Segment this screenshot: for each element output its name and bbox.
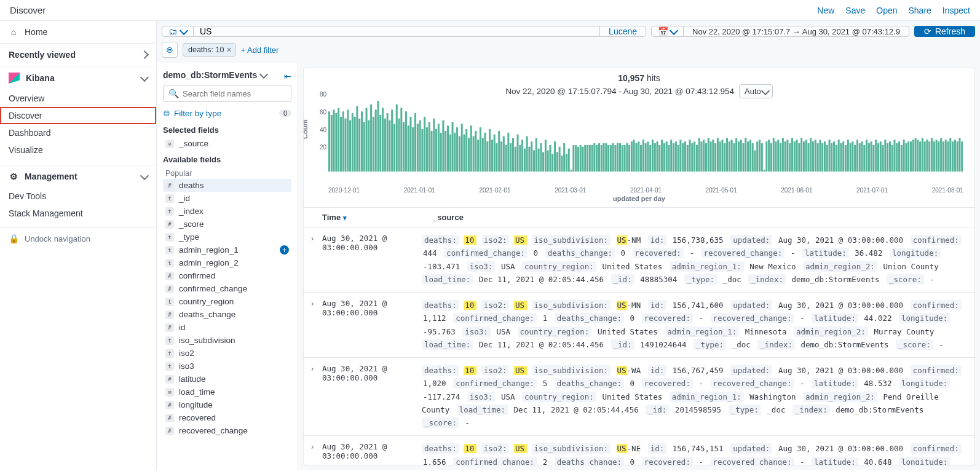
field-_index[interactable]: t_index <box>163 205 291 218</box>
svg-rect-42 <box>426 127 428 172</box>
field-type-icon: t <box>165 246 174 255</box>
field-_type[interactable]: t_type <box>163 231 291 243</box>
field-confirmed[interactable]: #confirmed <box>163 269 291 282</box>
field-deaths[interactable]: #deaths <box>163 179 291 192</box>
svg-rect-217 <box>833 141 835 172</box>
svg-rect-58 <box>463 135 465 172</box>
nav-discover[interactable]: Discover <box>0 107 156 124</box>
svg-rect-55 <box>456 127 458 172</box>
field-_source[interactable]: ⊘_source <box>163 137 291 150</box>
nav-dashboard[interactable]: Dashboard <box>0 124 156 141</box>
query-language-switch[interactable]: Lucene <box>599 26 646 36</box>
expand-row-icon[interactable]: › <box>311 234 322 286</box>
svg-rect-92 <box>542 152 544 172</box>
field-latitude[interactable]: #latitude <box>163 373 291 385</box>
field-recovered[interactable]: #recovered <box>163 411 291 424</box>
field-_score[interactable]: #_score <box>163 218 291 231</box>
nav-overview[interactable]: Overview <box>0 90 156 107</box>
svg-rect-152 <box>682 143 684 172</box>
index-pattern-selector[interactable]: demo_db:StormEvents <box>163 68 267 85</box>
svg-rect-57 <box>461 124 463 172</box>
field-iso2[interactable]: tiso2 <box>163 347 291 360</box>
svg-rect-260 <box>933 141 935 172</box>
svg-rect-172 <box>729 141 730 172</box>
svg-rect-115 <box>596 145 598 172</box>
field-search-input[interactable] <box>183 89 286 98</box>
svg-rect-124 <box>617 143 618 172</box>
column-source[interactable]: _source <box>433 213 967 222</box>
svg-rect-198 <box>789 143 791 172</box>
field-load_time[interactable]: ⊡load_time <box>163 385 291 398</box>
expand-row-icon[interactable]: › <box>311 299 322 351</box>
svg-rect-46 <box>435 129 437 172</box>
field-label: _id <box>179 194 190 203</box>
field-confirmed_change[interactable]: #confirmed_change <box>163 282 291 295</box>
field-iso3[interactable]: tiso3 <box>163 360 291 373</box>
filter-pill-deaths[interactable]: deaths: 10 × <box>183 43 236 57</box>
expand-row-icon[interactable]: › <box>311 364 322 429</box>
field-longitude[interactable]: #longitude <box>163 398 291 411</box>
svg-rect-105 <box>572 145 574 172</box>
add-filter-button[interactable]: + Add filter <box>241 45 279 55</box>
refresh-button[interactable]: ⟳ Refresh <box>914 26 975 37</box>
undock-nav[interactable]: 🔒 Undock navigation <box>0 227 156 250</box>
nav-stack-management[interactable]: Stack Management <box>0 205 156 222</box>
svg-rect-85 <box>526 136 528 172</box>
calendar-icon-button[interactable]: 📅 <box>652 26 684 36</box>
field-admin_region_2[interactable]: tadmin_region_2 <box>163 256 291 269</box>
nav-recently-viewed[interactable]: Recently viewed <box>0 44 156 66</box>
svg-rect-108 <box>580 145 582 172</box>
svg-rect-144 <box>663 143 665 172</box>
row-source: deaths: 10 iso2: US iso_subdivision: US-… <box>422 442 967 465</box>
field-admin_region_1[interactable]: tadmin_region_1+ <box>163 243 291 256</box>
nav-kibana[interactable]: Kibana <box>0 66 156 90</box>
svg-rect-53 <box>452 122 454 172</box>
field-recovered_change[interactable]: #recovered_change <box>163 424 291 437</box>
topbar-open[interactable]: Open <box>876 6 897 15</box>
topbar-inspect[interactable]: Inspect <box>942 6 970 15</box>
field-iso_subdivision[interactable]: tiso_subdivision <box>163 334 291 347</box>
svg-rect-245 <box>898 141 900 172</box>
nav-management[interactable]: ⚙ Management <box>0 165 156 188</box>
field-id[interactable]: #id <box>163 321 291 334</box>
nav-home[interactable]: ⌂ Home <box>0 21 156 43</box>
nav-dev-tools[interactable]: Dev Tools <box>0 188 156 205</box>
collapse-sidebar-icon[interactable]: ⇤ <box>284 71 291 81</box>
saved-queries-button[interactable]: 🗂 <box>162 26 194 36</box>
filter-type-label: Filter by type <box>174 109 221 118</box>
column-time[interactable]: Time ▾ <box>322 213 433 222</box>
field-deaths_change[interactable]: #deaths_change <box>163 308 291 321</box>
add-field-icon[interactable]: + <box>280 245 289 255</box>
field-label: latitude <box>179 374 206 384</box>
svg-rect-170 <box>724 143 725 172</box>
interval-select[interactable]: Auto <box>739 84 773 98</box>
query-input[interactable] <box>194 26 599 36</box>
svg-rect-137 <box>647 141 649 172</box>
svg-rect-211 <box>819 140 821 172</box>
svg-rect-5 <box>340 117 342 172</box>
filter-settings-button[interactable]: ⊜ <box>162 42 178 58</box>
topbar-share[interactable]: Share <box>909 6 931 15</box>
svg-rect-156 <box>691 143 693 172</box>
nav-visualize[interactable]: Visualize <box>0 141 156 159</box>
field-type-icon: # <box>165 181 174 190</box>
expand-row-icon[interactable]: › <box>311 442 322 465</box>
topbar-new[interactable]: New <box>817 6 834 15</box>
close-icon[interactable]: × <box>226 45 231 55</box>
svg-rect-10 <box>352 113 354 172</box>
svg-rect-267 <box>949 138 951 172</box>
field-_id[interactable]: t_id <box>163 192 291 205</box>
filter-by-type[interactable]: ⊜ Filter by type 0 <box>163 106 291 120</box>
ytick: 20 <box>320 144 326 151</box>
svg-rect-56 <box>459 136 460 172</box>
svg-rect-219 <box>838 140 840 172</box>
svg-rect-194 <box>780 143 781 172</box>
field-search[interactable]: 🔍 <box>163 85 291 102</box>
date-picker[interactable]: 📅 Nov 22, 2020 @ 17:15:07.7 → Aug 30, 20… <box>651 26 909 37</box>
svg-rect-89 <box>535 138 537 172</box>
field-country_region[interactable]: tcountry_region <box>163 295 291 308</box>
topbar-save[interactable]: Save <box>845 6 865 15</box>
filter-bar: ⊜ deaths: 10 × + Add filter <box>157 42 980 63</box>
histogram-chart[interactable]: Count 20406080 <box>304 101 974 187</box>
field-label: load_time <box>179 387 215 397</box>
